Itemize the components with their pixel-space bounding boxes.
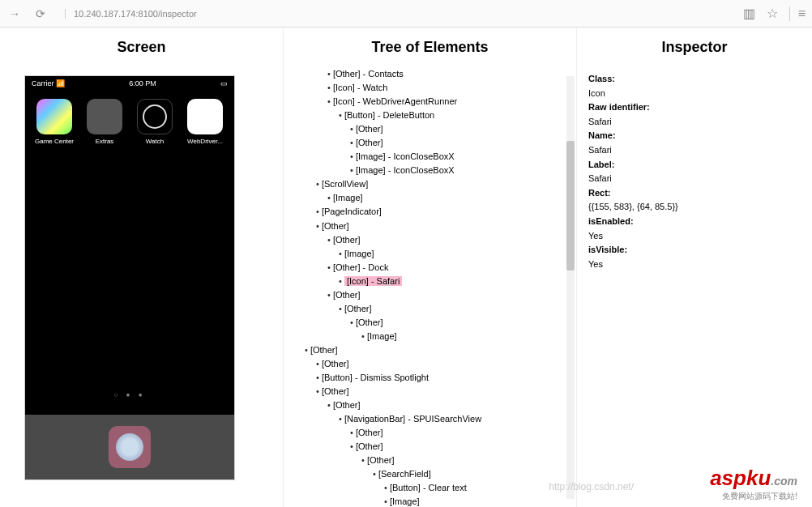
tree-node[interactable]: [SearchField]: [305, 467, 570, 481]
tree-node[interactable]: [ScrollView]: [305, 177, 570, 191]
tree-node[interactable]: [Button] - Clear text: [305, 481, 570, 495]
inspector-row: Label:Safari: [588, 158, 801, 186]
tree-node[interactable]: [Other]: [305, 233, 570, 247]
watermark-logo: aspku.com 免费网站源码下载站!: [710, 466, 797, 502]
tree-node[interactable]: [Other] - Contacts: [305, 67, 570, 81]
tree-node[interactable]: [Image]: [305, 247, 570, 261]
tree-scrollbar[interactable]: [566, 76, 575, 499]
inspector-properties: Class:IconRaw identifier:SafariName:Safa…: [577, 67, 812, 276]
app-label: Game Center: [35, 138, 74, 145]
app-icon: [36, 99, 72, 134]
carrier-label: Carrier 📶: [32, 79, 65, 87]
tree-node[interactable]: [Other]: [305, 122, 570, 136]
tree-node[interactable]: [Other]: [305, 385, 570, 398]
tree-node[interactable]: [PageIndicator]: [305, 205, 570, 219]
app-icon: [187, 99, 223, 134]
tree-node[interactable]: [Other]: [305, 302, 570, 316]
inspector-row: Raw identifier:Safari: [588, 100, 801, 129]
inspector-row: Class:Icon: [588, 72, 801, 100]
tree-heading: Tree of Elements: [284, 28, 576, 67]
tree-node[interactable]: [Icon] - WebDriverAgentRunner: [305, 95, 570, 109]
tree-node[interactable]: [Image] - IconCloseBoxX: [305, 164, 570, 177]
inspector-column: Inspector Class:IconRaw identifier:Safar…: [577, 28, 812, 507]
tree-node[interactable]: [Other]: [305, 219, 570, 233]
tree-node[interactable]: [Other]: [305, 398, 570, 412]
tree-node[interactable]: [NavigationBar] - SPUISearchView: [305, 412, 570, 426]
element-tree[interactable]: [Other] - Contacts[Icon] - Watch[Icon] -…: [284, 67, 576, 507]
app-label: Watch: [135, 138, 174, 145]
safari-icon[interactable]: [109, 426, 151, 468]
tree-node[interactable]: [Other]: [305, 357, 570, 371]
tree-node[interactable]: [Image]: [305, 191, 570, 205]
tree-node[interactable]: [Button] - DeleteButton: [305, 109, 570, 122]
tree-node[interactable]: [Button] - Dismiss Spotlight: [305, 371, 570, 385]
battery-icon: ▭: [220, 79, 228, 87]
tree-node[interactable]: [Other]: [305, 426, 570, 440]
menu-icon[interactable]: ≡: [789, 6, 806, 21]
refresh-button[interactable]: ⟳: [32, 6, 49, 22]
browser-toolbar: → ⟳ 10.240.187.174:8100/inspector ▥ ☆ ≡: [0, 0, 812, 28]
inspector-heading: Inspector: [577, 28, 812, 67]
device-screenshot: Carrier 📶 6:00 PM ▭ Game CenterExtrasWat…: [24, 75, 235, 480]
tree-node[interactable]: [Icon] - Watch: [305, 81, 570, 95]
inspector-row: Rect:{{155, 583}, {64, 85.5}}: [588, 186, 801, 215]
tree-node[interactable]: [Other]: [305, 136, 570, 150]
favorite-icon[interactable]: ☆: [767, 6, 778, 21]
app-watch[interactable]: Watch: [135, 99, 174, 145]
app-game-center[interactable]: Game Center: [35, 99, 74, 145]
tree-node[interactable]: [Image]: [305, 330, 570, 343]
screen-column: Screen Carrier 📶 6:00 PM ▭ Game CenterEx…: [0, 28, 284, 507]
reading-list-icon[interactable]: ▥: [743, 6, 755, 21]
forward-button[interactable]: →: [6, 6, 23, 22]
app-icon: [137, 99, 173, 134]
tree-node[interactable]: [Other] - Dock: [305, 261, 570, 275]
tree-node[interactable]: [Image]: [305, 495, 570, 507]
tree-node[interactable]: [Other]: [305, 440, 570, 454]
clock-label: 6:00 PM: [129, 79, 156, 87]
page-indicator: ○ ● ●: [25, 391, 234, 398]
inspector-row: isEnabled:Yes: [588, 215, 801, 243]
address-bar[interactable]: 10.240.187.174:8100/inspector: [65, 9, 197, 19]
tree-node[interactable]: [Other]: [305, 343, 570, 357]
scrollbar-thumb[interactable]: [566, 141, 575, 271]
tree-node[interactable]: [Other]: [305, 316, 570, 330]
app-label: Extras: [85, 138, 124, 145]
app-extras[interactable]: Extras: [85, 99, 124, 145]
inspector-row: isVisible:Yes: [588, 243, 801, 271]
screen-heading: Screen: [0, 28, 283, 67]
tree-node[interactable]: [Image] - IconCloseBoxX: [305, 150, 570, 164]
tree-node[interactable]: [Other]: [305, 288, 570, 302]
tree-node-selected[interactable]: [Icon] - Safari: [305, 275, 570, 288]
inspector-row: Name:Safari: [588, 129, 801, 157]
app-icon: [87, 99, 122, 134]
app-webdriver-[interactable]: WebDriver...: [186, 99, 224, 145]
dock: [25, 415, 234, 479]
tree-node[interactable]: [Other]: [305, 454, 570, 467]
watermark-url: http://blog.csdn.net/: [549, 481, 634, 492]
tree-column: Tree of Elements [Other] - Contacts[Icon…: [284, 28, 577, 507]
app-label: WebDriver...: [186, 138, 224, 145]
